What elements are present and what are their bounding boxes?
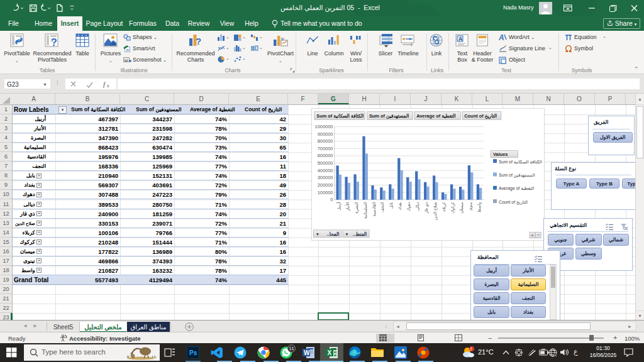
svg-text:800000: 800000 [318, 138, 333, 144]
svg-text:X: X [328, 349, 332, 356]
svg-text:400000: 400000 [318, 168, 333, 173]
svg-text:900000: 900000 [318, 131, 333, 137]
svg-text:Average of التغطية: Average of التغطية [416, 113, 455, 119]
svg-text:▼: ▼ [316, 232, 319, 236]
svg-text:..المحا: ..المحا [327, 231, 340, 237]
svg-text:Sum of الكثافة السكانية: Sum of الكثافة السكانية [499, 160, 542, 164]
svg-text:W: W [304, 349, 310, 356]
svg-text:500000: 500000 [318, 160, 333, 166]
svg-text:Sum of المستهدفين: Sum of المستهدفين [499, 173, 535, 178]
svg-text:600000: 600000 [318, 153, 333, 158]
svg-text:كركوك: كركوك [450, 202, 455, 214]
svg-text:ميسان: ميسان [459, 202, 464, 214]
svg-text:0: 0 [330, 197, 333, 202]
svg-text:Count of التاريخ: Count of التاريخ [464, 113, 497, 119]
svg-text:ديالى: ديالى [415, 202, 419, 211]
svg-text:−: − [537, 232, 540, 238]
svg-text:700000: 700000 [318, 146, 333, 151]
svg-text:Sum of الكثافة السكانية: Sum of الكثافة السكانية [316, 113, 364, 119]
svg-text:300000: 300000 [318, 175, 333, 180]
svg-text:..المنط: ..المنط [353, 231, 367, 237]
svg-text:Count of التاريخ: Count of التاريخ [499, 200, 528, 205]
svg-text:A: A [499, 33, 504, 41]
svg-text:100000: 100000 [318, 190, 333, 195]
svg-text:▼: ▼ [345, 232, 348, 236]
svg-text:Values: Values [493, 151, 508, 157]
svg-text:البصرة: البصرة [354, 202, 359, 213]
svg-text:ذي قار: ذي قار [424, 202, 429, 214]
svg-text:السليمانية: السليمانية [363, 202, 367, 219]
svg-text:بغداد: بغداد [397, 202, 402, 210]
svg-text:الأنبار: الأنبار [345, 202, 350, 211]
svg-text:!: ! [470, 347, 472, 351]
svg-text:+: + [531, 233, 534, 238]
svg-text:Average of التغطية: Average of التغطية [499, 186, 534, 191]
svg-text:x: x [106, 83, 109, 89]
svg-text:?: ? [51, 37, 57, 47]
svg-text:صلاح الدين: صلاح الدين [433, 202, 438, 221]
svg-text:200000: 200000 [318, 182, 333, 188]
svg-text:أربيل: أربيل [336, 202, 341, 211]
svg-text:النجف: النجف [380, 202, 384, 212]
svg-text:f: f [103, 80, 106, 88]
svg-text:Sum of المستهدفين: Sum of المستهدفين [369, 113, 409, 119]
svg-text:بابل: بابل [389, 202, 393, 209]
svg-text:نينوى: نينوى [468, 202, 473, 211]
svg-text:دهوك: دهوك [406, 202, 411, 211]
svg-text:واسط: واسط [477, 202, 482, 212]
svg-text:?: ? [196, 36, 201, 47]
svg-text:كربلاء: كربلاء [441, 202, 447, 212]
svg-text:القادسية: القادسية [372, 202, 376, 216]
svg-text:1000000: 1000000 [315, 124, 333, 129]
svg-text:A: A [458, 36, 463, 42]
